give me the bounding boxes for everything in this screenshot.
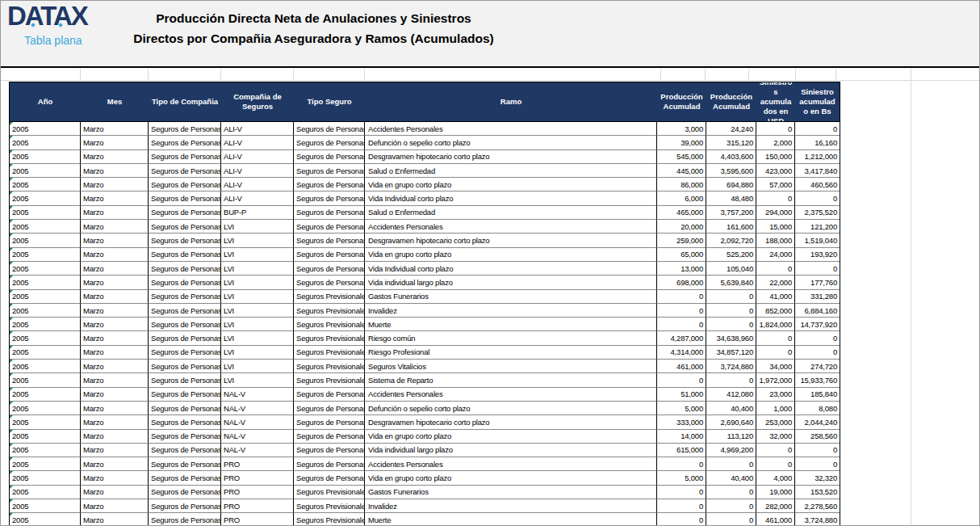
cell-tipo-seguro[interactable]: Seguros de Personas <box>294 276 365 289</box>
cell-produccion-acumulada-2[interactable]: 34,638,960 <box>706 331 756 345</box>
cell-produccion-acumulada-1[interactable]: 86,000 <box>657 178 706 191</box>
cell-siniestros-usd[interactable]: 423,000 <box>756 164 795 178</box>
cell-ano[interactable]: 2005 <box>10 276 81 289</box>
cell-produccion-acumulada-2[interactable]: 0 <box>706 499 756 513</box>
cell-produccion-acumulada-2[interactable]: 0 <box>706 304 756 318</box>
cell-tipo-compania[interactable]: Seguros de Personas <box>149 262 221 276</box>
cell-tipo-seguro[interactable]: Seguros de Personas <box>294 220 365 234</box>
cell-ano[interactable]: 2005 <box>10 513 81 526</box>
cell-produccion-acumulada-1[interactable]: 0 <box>657 304 706 318</box>
cell-siniestros-usd[interactable]: 23,000 <box>756 388 795 402</box>
cell-tipo-compania[interactable]: Seguros de Personas <box>149 318 221 331</box>
cell-produccion-acumulada-2[interactable]: 40,400 <box>706 402 756 415</box>
cell-produccion-acumulada-1[interactable]: 14,000 <box>657 430 706 444</box>
cell-compania-seguros[interactable]: LVI <box>221 373 294 387</box>
cell-tipo-compania[interactable]: Seguros de Personas <box>149 346 221 360</box>
cell-siniestros-bs[interactable]: 2,375,520 <box>795 206 840 220</box>
cell-mes[interactable]: Marzo <box>81 206 149 220</box>
cell-produccion-acumulada-1[interactable]: 259,000 <box>657 234 706 247</box>
cell-produccion-acumulada-1[interactable]: 13,000 <box>657 262 706 276</box>
cell-mes[interactable]: Marzo <box>81 276 149 289</box>
cell-ramo[interactable]: Vida Individual corto plazo <box>365 191 657 205</box>
cell-siniestros-usd[interactable]: 32,000 <box>756 430 795 444</box>
header-compania-seguros[interactable]: Compañia de Seguros <box>221 82 294 121</box>
cell-ano[interactable]: 2005 <box>10 346 81 360</box>
cell-compania-seguros[interactable]: LVI <box>221 360 294 373</box>
cell-siniestros-bs[interactable]: 121,200 <box>795 220 840 234</box>
cell-ano[interactable]: 2005 <box>10 234 81 247</box>
cell-ramo[interactable]: Defunción o sepelio corto plazo <box>365 136 657 149</box>
cell-mes[interactable]: Marzo <box>81 457 149 471</box>
cell-produccion-acumulada-1[interactable]: 333,000 <box>657 415 706 429</box>
cell-compania-seguros[interactable]: LVI <box>221 331 294 345</box>
cell-tipo-compania[interactable]: Seguros de Personas <box>149 234 221 247</box>
cell-tipo-compania[interactable]: Seguros de Personas <box>149 513 221 526</box>
cell-siniestros-usd[interactable]: 41,000 <box>756 290 795 304</box>
header-siniestros-bs[interactable]: Siniestro acumulado en Bs <box>795 82 840 121</box>
cell-produccion-acumulada-1[interactable]: 4,287,000 <box>657 331 706 345</box>
cell-tipo-compania[interactable]: Seguros de Personas <box>149 136 221 149</box>
cell-tipo-seguro[interactable]: Seguros de Personas <box>294 444 365 457</box>
cell-ano[interactable]: 2005 <box>10 402 81 415</box>
cell-compania-seguros[interactable]: PRO <box>221 499 294 513</box>
cell-produccion-acumulada-1[interactable]: 3,000 <box>657 122 706 136</box>
cell-tipo-compania[interactable]: Seguros de Personas <box>149 373 221 387</box>
cell-compania-seguros[interactable]: NAL-V <box>221 415 294 429</box>
cell-siniestros-bs[interactable]: 185,840 <box>795 388 840 402</box>
cell-compania-seguros[interactable]: ALI-V <box>221 122 294 136</box>
cell-siniestros-bs[interactable]: 0 <box>795 191 840 205</box>
header-produccion-acumulada-1[interactable]: Producción Acumulad <box>657 82 706 121</box>
cell-mes[interactable]: Marzo <box>81 346 149 360</box>
cell-produccion-acumulada-1[interactable]: 0 <box>657 457 706 471</box>
cell-produccion-acumulada-1[interactable]: 4,314,000 <box>657 346 706 360</box>
cell-tipo-compania[interactable]: Seguros de Personas <box>149 457 221 471</box>
cell-compania-seguros[interactable]: NAL-V <box>221 402 294 415</box>
cell-ano[interactable]: 2005 <box>10 262 81 276</box>
cell-mes[interactable]: Marzo <box>81 402 149 415</box>
cell-tipo-seguro[interactable]: Seguros Previsionales <box>294 290 365 304</box>
cell-tipo-compania[interactable]: Seguros de Personas <box>149 471 221 485</box>
header-tipo-compania[interactable]: Tipo de Compañia <box>149 82 221 121</box>
cell-mes[interactable]: Marzo <box>81 486 149 499</box>
header-tipo-seguro[interactable]: Tipo Seguro <box>294 82 365 121</box>
cell-tipo-compania[interactable]: Seguros de Personas <box>149 122 221 136</box>
cell-produccion-acumulada-2[interactable]: 0 <box>706 373 756 387</box>
cell-produccion-acumulada-1[interactable]: 461,000 <box>657 360 706 373</box>
cell-ramo[interactable]: Salud o Enfermedad <box>365 164 657 178</box>
cell-tipo-seguro[interactable]: Seguros de Personas <box>294 206 365 220</box>
cell-mes[interactable]: Marzo <box>81 415 149 429</box>
cell-siniestros-usd[interactable]: 461,000 <box>756 513 795 526</box>
cell-siniestros-usd[interactable]: 188,000 <box>756 234 795 247</box>
cell-siniestros-usd[interactable]: 19,000 <box>756 486 795 499</box>
cell-ano[interactable]: 2005 <box>10 164 81 178</box>
cell-siniestros-usd[interactable]: 150,000 <box>756 150 795 164</box>
cell-mes[interactable]: Marzo <box>81 136 149 149</box>
cell-tipo-seguro[interactable]: Seguros Previsionales <box>294 373 365 387</box>
cell-mes[interactable]: Marzo <box>81 471 149 485</box>
cell-produccion-acumulada-1[interactable]: 65,000 <box>657 248 706 262</box>
cell-ano[interactable]: 2005 <box>10 248 81 262</box>
cell-siniestros-bs[interactable]: 153,520 <box>795 486 840 499</box>
cell-compania-seguros[interactable]: PRO <box>221 486 294 499</box>
cell-ano[interactable]: 2005 <box>10 430 81 444</box>
cell-ano[interactable]: 2005 <box>10 318 81 331</box>
cell-tipo-compania[interactable]: Seguros de Personas <box>149 220 221 234</box>
cell-siniestros-bs[interactable]: 1,519,040 <box>795 234 840 247</box>
cell-tipo-compania[interactable]: Seguros de Personas <box>149 486 221 499</box>
cell-mes[interactable]: Marzo <box>81 388 149 402</box>
cell-siniestros-bs[interactable]: 0 <box>795 444 840 457</box>
cell-tipo-compania[interactable]: Seguros de Personas <box>149 304 221 318</box>
cell-tipo-seguro[interactable]: Seguros de Personas <box>294 388 365 402</box>
cell-compania-seguros[interactable]: LVI <box>221 248 294 262</box>
cell-tipo-seguro[interactable]: Seguros Previsionales <box>294 331 365 345</box>
cell-produccion-acumulada-1[interactable]: 465,000 <box>657 206 706 220</box>
cell-ano[interactable]: 2005 <box>10 444 81 457</box>
cell-produccion-acumulada-2[interactable]: 3,724,880 <box>706 360 756 373</box>
cell-produccion-acumulada-1[interactable]: 5,000 <box>657 471 706 485</box>
cell-ramo[interactable]: Desgravamen hipotecario corto plazo <box>365 234 657 247</box>
cell-ramo[interactable]: Vida en grupo corto plazo <box>365 471 657 485</box>
cell-tipo-compania[interactable]: Seguros de Personas <box>149 150 221 164</box>
header-produccion-acumulada-2[interactable]: Producción Acumulad <box>706 82 756 121</box>
cell-siniestros-usd[interactable]: 1,824,000 <box>756 318 795 331</box>
cell-tipo-compania[interactable]: Seguros de Personas <box>149 276 221 289</box>
